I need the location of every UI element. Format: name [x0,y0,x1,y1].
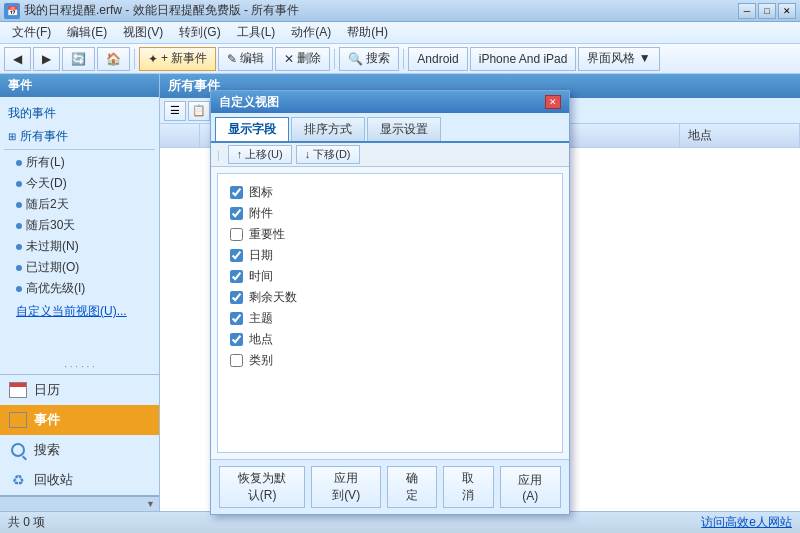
separator-2 [334,49,335,69]
android-button[interactable]: Android [408,47,467,71]
maximize-button[interactable]: □ [758,3,776,19]
website-link[interactable]: 访问高效e人网站 [701,514,792,531]
sidebar-spacer [0,328,159,359]
checkbox-row-attachment: 附件 [226,203,554,224]
ui-style-button[interactable]: 界面风格 ▼ [578,47,659,71]
events-icon [8,411,28,429]
checkbox-row-importance: 重要性 [226,224,554,245]
nav-search[interactable]: 搜索 [0,435,159,465]
label-icon: 图标 [249,184,273,201]
home-icon: 🏠 [106,52,121,66]
checkbox-date[interactable] [230,249,243,262]
confirm-button[interactable]: 确定 [387,466,437,508]
sidebar-all-events[interactable]: ⊞ 所有事件 [0,126,159,147]
col-header-1 [160,124,200,147]
new-icon: ✦ [148,52,158,66]
sidebar: 事件 我的事件 ⊞ 所有事件 所有(L) 今天(D) 随后2天 随后3 [0,74,160,511]
restore-default-button[interactable]: 恢复为默认(R) [219,466,305,508]
dialog-close-button[interactable]: ✕ [545,95,561,109]
dot-icon [16,202,22,208]
label-attachment: 附件 [249,205,273,222]
sidebar-nav-30days[interactable]: 随后30天 [0,215,159,236]
forward-button[interactable]: ▶ [33,47,60,71]
menu-bar: 文件(F) 编辑(E) 视图(V) 转到(G) 工具(L) 动作(A) 帮助(H… [0,22,800,44]
list-icon-button[interactable]: 📋 [188,101,210,121]
toolbar: ◀ ▶ 🔄 🏠 ✦+ 新事件 ✎ 编辑 ✕ 删除 🔍 搜索 Android iP… [0,44,800,74]
view-icon-button[interactable]: ☰ [164,101,186,121]
move-up-button[interactable]: ↑ 上移(U) [228,145,292,164]
search-icon: 🔍 [348,52,363,66]
dialog-toolbar: | ↑ 上移(U) ↓ 下移(D) [211,143,569,167]
bottom-nav: 日历 事件 搜索 ♻ 回收站 [0,374,159,495]
tab-sort[interactable]: 排序方式 [291,117,365,141]
dialog-title: 自定义视图 [219,94,545,111]
label-remaining-days: 剩余天数 [249,289,297,306]
close-button[interactable]: ✕ [778,3,796,19]
move-down-button[interactable]: ↓ 下移(D) [296,145,360,164]
checkbox-subject[interactable] [230,312,243,325]
checkbox-time[interactable] [230,270,243,283]
dialog-content: 图标 附件 重要性 日期 时间 剩余天数 主题 地点 [217,173,563,453]
label-importance: 重要性 [249,226,285,243]
back-button[interactable]: ◀ [4,47,31,71]
refresh-icon: 🔄 [71,52,86,66]
separator-icon: | [217,149,220,161]
delete-button[interactable]: ✕ 删除 [275,47,330,71]
sidebar-nav-not-expired[interactable]: 未过期(N) [0,236,159,257]
grid-icon: ⊞ [8,131,16,142]
calendar-icon [8,381,28,399]
sidebar-nav-all[interactable]: 所有(L) [0,152,159,173]
dot-icon [16,223,22,229]
refresh-button[interactable]: 🔄 [62,47,95,71]
title-bar-text: 我的日程提醒.erfw - 效能日程提醒免费版 - 所有事件 [24,2,738,19]
menu-edit[interactable]: 编辑(E) [59,22,115,43]
sidebar-nav-high-priority[interactable]: 高优先级(I) [0,278,159,299]
home-button[interactable]: 🏠 [97,47,130,71]
sidebar-nav-2days[interactable]: 随后2天 [0,194,159,215]
label-location: 地点 [249,331,273,348]
search-icon [8,441,28,459]
sidebar-section: 我的事件 ⊞ 所有事件 所有(L) 今天(D) 随后2天 随后30天 [0,97,159,328]
checkbox-category[interactable] [230,354,243,367]
apply-to-button[interactable]: 应用到(V) [311,466,381,508]
dot-icon [16,265,22,271]
menu-tools[interactable]: 工具(L) [229,22,284,43]
checkbox-location[interactable] [230,333,243,346]
tab-display-settings[interactable]: 显示设置 [367,117,441,141]
recycle-icon: ♻ [8,471,28,489]
cancel-button[interactable]: 取消 [443,466,493,508]
minimize-button[interactable]: ─ [738,3,756,19]
menu-file[interactable]: 文件(F) [4,22,59,43]
apply-button[interactable]: 应用(A) [500,466,561,508]
checkbox-attachment[interactable] [230,207,243,220]
new-event-button[interactable]: ✦+ 新事件 [139,47,216,71]
nav-events[interactable]: 事件 [0,405,159,435]
sidebar-my-events[interactable]: 我的事件 [0,101,159,126]
checkbox-row-subject: 主题 [226,308,554,329]
tab-display-fields[interactable]: 显示字段 [215,117,289,141]
menu-action[interactable]: 动作(A) [283,22,339,43]
sidebar-header: 事件 [0,74,159,97]
edit-button[interactable]: ✎ 编辑 [218,47,273,71]
checkbox-importance[interactable] [230,228,243,241]
label-category: 类别 [249,352,273,369]
menu-goto[interactable]: 转到(G) [171,22,228,43]
nav-calendar[interactable]: 日历 [0,375,159,405]
dialog-footer: 恢复为默认(R) 应用到(V) 确定 取消 应用(A) [211,459,569,514]
search-button[interactable]: 🔍 搜索 [339,47,399,71]
forward-icon: ▶ [42,52,51,66]
sidebar-custom-view-link[interactable]: 自定义当前视图(U)... [0,299,159,324]
checkbox-remaining-days[interactable] [230,291,243,304]
back-icon: ◀ [13,52,22,66]
sidebar-scroll-arrow[interactable]: ▼ [0,497,159,511]
dot-icon [16,286,22,292]
menu-help[interactable]: 帮助(H) [339,22,396,43]
menu-view[interactable]: 视图(V) [115,22,171,43]
iphone-ipad-button[interactable]: iPhone And iPad [470,47,577,71]
nav-recycle[interactable]: ♻ 回收站 [0,465,159,495]
sidebar-nav-today[interactable]: 今天(D) [0,173,159,194]
sidebar-nav-expired[interactable]: 已过期(O) [0,257,159,278]
checkbox-row-location: 地点 [226,329,554,350]
checkbox-icon[interactable] [230,186,243,199]
separator-3 [403,49,404,69]
